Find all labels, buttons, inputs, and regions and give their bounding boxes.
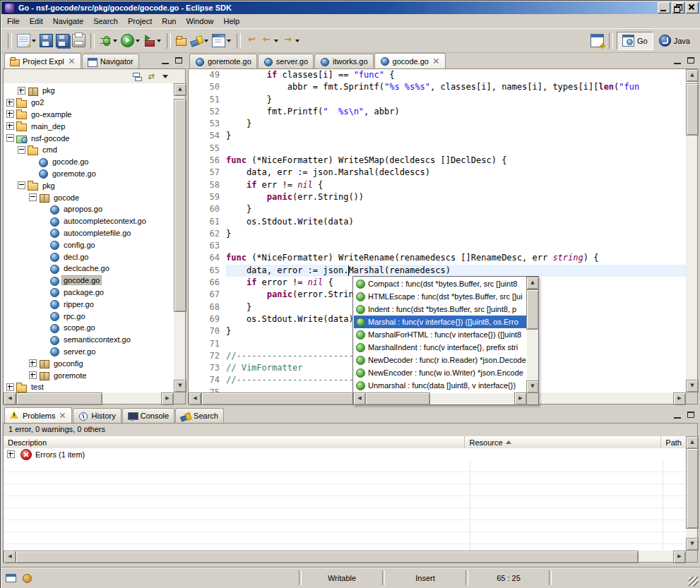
expand-icon[interactable] xyxy=(6,99,14,107)
tree-item-server-go[interactable]: server.go xyxy=(4,346,174,358)
code-line[interactable]: data, err := json.Marshal(decldescs) xyxy=(226,167,686,179)
maximize-view-button[interactable] xyxy=(684,409,698,421)
window-resize-grip[interactable] xyxy=(689,577,699,587)
dropdown-arrow-icon[interactable] xyxy=(273,35,279,47)
save-all-button[interactable] xyxy=(54,30,71,52)
dropdown-arrow-icon[interactable] xyxy=(294,35,300,47)
scroll-right-button[interactable] xyxy=(161,392,174,405)
completion-compact[interactable]: Compact : func(dst *bytes.Buffer, src []… xyxy=(354,277,526,290)
dropdown-arrow-icon[interactable] xyxy=(134,35,141,47)
explorer-vertical-scrollbar[interactable] xyxy=(174,83,185,392)
perspective-go[interactable]: Go xyxy=(617,32,653,50)
expand-icon[interactable] xyxy=(29,371,37,379)
titlebar[interactable]: Go - nsf-gocode/src/pkg/gocode/gocode.go… xyxy=(1,1,700,14)
explorer-tab-project-expl[interactable]: Project Expl xyxy=(4,53,81,68)
link-with-editor-button[interactable] xyxy=(144,71,158,83)
minimize-button[interactable] xyxy=(658,2,670,13)
tree-item-gocode-go[interactable]: gocode.go xyxy=(4,156,174,168)
last-edit-button[interactable] xyxy=(244,30,259,52)
code-line[interactable]: } xyxy=(226,228,686,240)
code-line[interactable]: fmt.Printf(" %s\n", abbr) xyxy=(226,106,686,118)
completion-marshalindent[interactable]: MarshalIndent : func(v interface{}, pref… xyxy=(354,341,526,354)
tree-item-goremote[interactable]: goremote xyxy=(4,369,174,381)
tree-item-semanticcontext-go[interactable]: semanticcontext.go xyxy=(4,334,174,346)
collapse-icon[interactable] xyxy=(18,181,25,189)
tree-item-goconfig[interactable]: goconfig xyxy=(4,357,174,369)
column-divider[interactable] xyxy=(663,448,663,551)
problems-tab-problems[interactable]: Problems xyxy=(4,407,72,423)
tree-item-autocompletefile-go[interactable]: autocompletefile.go xyxy=(4,227,174,239)
scroll-up-button[interactable] xyxy=(686,436,699,449)
dropdown-arrow-icon[interactable] xyxy=(203,35,209,47)
scroll-right-button[interactable] xyxy=(673,551,686,563)
external-tools-button[interactable] xyxy=(142,30,163,52)
save-button[interactable] xyxy=(38,30,54,52)
menu-file[interactable]: File xyxy=(2,15,25,28)
editor-tab-gocode-go[interactable]: gocode.go xyxy=(374,53,446,68)
tree-item-cmd[interactable]: cmd xyxy=(4,144,174,156)
collapse-icon[interactable] xyxy=(29,193,37,201)
scroll-up-button[interactable] xyxy=(174,83,186,96)
problems-horizontal-scrollbar[interactable] xyxy=(4,551,686,562)
menu-project[interactable]: Project xyxy=(123,15,157,28)
code-line[interactable]: } xyxy=(226,203,686,215)
scrollbar-thumb[interactable] xyxy=(365,392,430,405)
dropdown-arrow-icon[interactable] xyxy=(112,35,118,47)
completion-newencoder[interactable]: NewEncoder : func(w io.Writer) *json.Enc… xyxy=(354,366,526,379)
code-line[interactable]: } xyxy=(226,94,686,106)
fast-view-icon[interactable] xyxy=(4,572,18,584)
minimize-view-button[interactable] xyxy=(159,55,172,66)
close-button[interactable] xyxy=(686,2,699,13)
perspective-java[interactable]: Java xyxy=(653,32,696,50)
code-line[interactable]: panic(err.String()) xyxy=(226,191,686,203)
code-line[interactable]: os.Stdout.Write(data) xyxy=(226,216,686,228)
code-line[interactable] xyxy=(226,143,686,155)
code-line[interactable]: abbr = fmt.Sprintf("%s %s%s", classes[i]… xyxy=(226,81,686,93)
back-button[interactable] xyxy=(259,30,280,52)
scroll-up-button[interactable] xyxy=(526,277,539,289)
forward-button[interactable] xyxy=(280,30,302,52)
code-line[interactable]: data, error := json.Marshal(renamedescs) xyxy=(226,265,686,277)
tree-item-ripper-go[interactable]: ripper.go xyxy=(4,298,174,310)
trim-widget-icon[interactable] xyxy=(20,572,35,584)
tree-item-nsf-gocode[interactable]: nsf-gocode xyxy=(4,132,174,144)
tree-item-rpc-go[interactable]: rpc.go xyxy=(4,310,174,322)
scroll-down-button[interactable] xyxy=(686,538,699,551)
completion-newdecoder[interactable]: NewDecoder : func(r io.Reader) *json.Dec… xyxy=(354,354,526,366)
menu-edit[interactable]: Edit xyxy=(25,15,48,28)
explorer-horizontal-scrollbar[interactable] xyxy=(4,392,174,404)
tree-item-autocompletecontext-go[interactable]: autocompletecontext.go xyxy=(4,215,174,227)
completion-marshal[interactable]: Marshal : func(v interface{}) ([]uint8, … xyxy=(354,316,526,328)
tree-item-go-example[interactable]: go-example xyxy=(4,109,174,121)
tree-item-package-go[interactable]: package.go xyxy=(4,287,174,299)
run-button[interactable] xyxy=(119,30,142,52)
minimize-view-button[interactable] xyxy=(671,55,684,66)
scrollbar-thumb[interactable] xyxy=(16,392,102,405)
code-line[interactable]: if classes[i] == "func" { xyxy=(226,69,686,81)
scroll-left-button[interactable] xyxy=(189,392,201,405)
new-wizard-button[interactable] xyxy=(16,30,38,52)
tree-item-test[interactable]: test xyxy=(4,381,174,392)
code-line[interactable]: } xyxy=(226,130,686,142)
editor-tab-goremote-go[interactable]: goremote.go xyxy=(189,54,257,68)
tree-item-goremote-go[interactable]: goremote.go xyxy=(4,168,174,180)
tree-item-declcache-go[interactable]: declcache.go xyxy=(4,263,174,275)
close-icon[interactable] xyxy=(433,58,440,65)
dropdown-arrow-icon[interactable] xyxy=(30,35,37,47)
restore-button[interactable] xyxy=(672,2,684,13)
scroll-down-button[interactable] xyxy=(686,380,699,392)
column-header-path[interactable]: Path xyxy=(661,436,686,448)
close-icon[interactable] xyxy=(59,412,66,419)
tree-item-decl-go[interactable]: decl.go xyxy=(4,251,174,263)
open-type-button[interactable] xyxy=(210,30,233,52)
code-line[interactable]: } xyxy=(226,118,686,130)
menu-window[interactable]: Window xyxy=(181,15,218,28)
scrollbar-thumb[interactable] xyxy=(16,551,639,563)
tree-item-scope-go[interactable]: scope.go xyxy=(4,322,174,334)
line-number-ruler[interactable]: 4950515253545556575859606162636465666768… xyxy=(189,69,226,392)
dropdown-arrow-icon[interactable] xyxy=(155,35,162,47)
scroll-right-button[interactable] xyxy=(673,392,686,405)
scrollbar-thumb[interactable] xyxy=(526,289,539,330)
tree-item-main-dep[interactable]: main_dep xyxy=(4,120,174,132)
expand-icon[interactable] xyxy=(29,359,37,367)
